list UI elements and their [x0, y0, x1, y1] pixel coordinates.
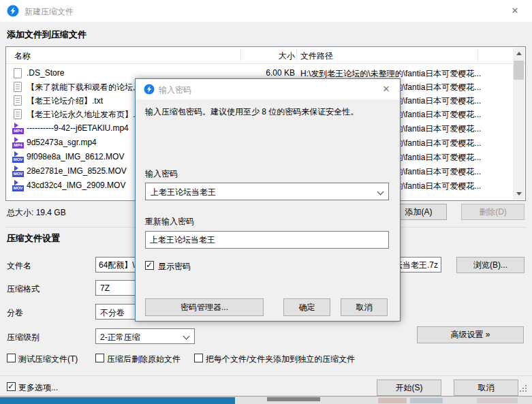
total-size-label: 总大小: 19.4 GB [7, 207, 66, 219]
background-desktop-strip [0, 396, 532, 404]
file-name: 【老王论坛永久地址发布页】.t [27, 109, 138, 121]
main-titlebar: 新建压缩文件 ✕ [0, 0, 532, 22]
bandizip-logo-icon [7, 5, 19, 17]
scroll-up-icon[interactable] [513, 48, 525, 59]
separate-archives-label: 把每个文件/文件夹添加到独立的压缩文件 [206, 354, 355, 365]
screen: 新建压缩文件 ✕ 添加文件到压缩文件 名称 大小 文件路径 .DS_Store … [0, 0, 532, 404]
file-name: 【老王论坛介绍】.txt [27, 95, 103, 107]
dialog-titlebar: 输入密码 ✕ [136, 79, 400, 99]
confirm-password-input[interactable] [145, 231, 389, 249]
close-icon[interactable]: ✕ [506, 3, 524, 19]
password-combobox[interactable]: 上老王论坛当老王 [145, 183, 389, 200]
mp4-video-icon [12, 123, 24, 134]
column-divider[interactable] [478, 49, 478, 62]
level-label: 压缩级别 [7, 332, 40, 343]
file-name: 43cd32c4_IMG_2909.MOV [27, 181, 125, 190]
format-value: 7Z [100, 283, 110, 293]
volume-label: 分卷 [7, 307, 23, 319]
level-value: 2-正常压缩 [100, 332, 140, 343]
text-file-icon [14, 109, 22, 119]
dialog-title: 输入密码 [159, 84, 191, 96]
mov-video-icon [12, 151, 24, 163]
cancel-button[interactable]: 取消 [454, 379, 518, 396]
column-path[interactable]: 文件路径 [300, 50, 333, 62]
vertical-scrollbar[interactable] [513, 48, 525, 200]
blank-file-icon [14, 68, 22, 78]
ok-button[interactable]: 确定 [283, 298, 330, 316]
mov-video-icon [12, 166, 24, 177]
password-manager-button[interactable]: 密码管理器... [145, 298, 264, 316]
scrollbar-thumb[interactable] [514, 61, 524, 80]
file-name: 【来了就能下载和观看的论坛, [27, 82, 135, 93]
chevron-down-icon [183, 333, 190, 340]
separate-archives-checkbox[interactable] [194, 354, 203, 362]
delete-source-label: 压缩后删除原始文件 [107, 354, 181, 365]
background-window-fragment [410, 398, 443, 403]
bandizip-logo-icon [144, 84, 155, 95]
file-size: 6.00 KB [238, 68, 295, 78]
chevron-down-icon [377, 189, 384, 196]
browse-button[interactable]: 浏览(B)... [456, 257, 525, 273]
add-files-section-title: 添加文件到压缩文件 [7, 29, 87, 41]
volume-value: 不分卷 [100, 307, 125, 319]
column-name[interactable]: 名称 [14, 50, 31, 62]
file-row[interactable]: .DS_Store 6.00 KB H:\发到老王论坛的\未整理的\fantia… [6, 66, 514, 80]
advanced-settings-button[interactable]: 高级设置 » [417, 326, 524, 343]
text-file-icon [14, 82, 22, 92]
file-name: 28e2781e_IMG_8525.MOV [27, 166, 127, 176]
delete-button: 删除(D) [461, 204, 525, 220]
test-archive-label: 测试压缩文件(T) [18, 354, 78, 365]
more-options-label: 更多选项... [18, 382, 58, 394]
password-dialog: 输入密码 ✕ 输入压缩包密码。建议使用至少 8 位的密码来保证安全性。 输入密码… [135, 78, 401, 322]
text-file-icon [14, 95, 22, 106]
show-password-label: 显示密码 [158, 261, 191, 273]
column-divider[interactable] [296, 49, 297, 62]
archive-settings-title: 压缩文件设置 [7, 232, 60, 245]
background-window-fragment [267, 397, 320, 401]
resize-grip[interactable] [520, 385, 528, 393]
file-name: 9d52473a_sgr.mp4 [27, 138, 97, 147]
filename-label: 文件名 [7, 260, 31, 272]
delete-source-checkbox[interactable] [95, 354, 104, 362]
file-list-header[interactable]: 名称 大小 文件路径 [6, 47, 525, 64]
column-divider[interactable] [240, 49, 241, 62]
confirm-password-label: 重新输入密码 [145, 216, 194, 228]
background-window-fragment [378, 398, 407, 403]
file-name: 9f098e8a_IMG_8612.MOV [27, 152, 124, 161]
show-password-checkbox[interactable] [145, 261, 154, 270]
dialog-cancel-button[interactable]: 取消 [341, 298, 388, 316]
more-options-checkbox[interactable] [7, 382, 16, 391]
filename-value-left: 64配额】\ [99, 260, 135, 271]
test-archive-checkbox[interactable] [7, 354, 16, 362]
column-size[interactable]: 大小 [238, 50, 295, 62]
file-name: .DS_Store [27, 68, 64, 78]
password-value: 上老王论坛当老王 [151, 187, 216, 198]
separator [0, 375, 532, 376]
file-name: ----------9-42--j6ETAKlU.mp4 [27, 123, 129, 133]
window-title: 新建压缩文件 [25, 6, 74, 18]
close-icon[interactable]: ✕ [377, 81, 396, 97]
password-label: 输入密码 [145, 168, 178, 180]
start-button[interactable]: 开始(S) [377, 379, 441, 396]
format-label: 压缩格式 [7, 283, 40, 295]
mp4-video-icon [12, 137, 24, 149]
dialog-description: 输入压缩包密码。建议使用至少 8 位的密码来保证安全性。 [145, 106, 393, 118]
level-select[interactable]: 2-正常压缩 [95, 328, 195, 344]
mov-video-icon [12, 180, 24, 191]
scroll-down-icon[interactable] [513, 188, 525, 200]
background-window-fragment [477, 398, 518, 403]
background-taskbar-fragment [0, 397, 235, 404]
